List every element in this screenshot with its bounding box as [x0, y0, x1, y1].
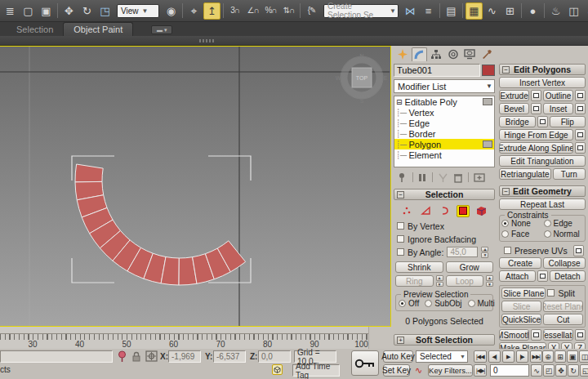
tessellate-button[interactable]: Tessellate — [543, 329, 573, 341]
schematic-view-icon[interactable]: ⊞ — [501, 2, 519, 20]
mirror-icon[interactable]: ⋈ — [402, 2, 419, 20]
angle-snap-icon[interactable]: ∠∩ — [244, 2, 261, 20]
snaps-toggle-3d-icon[interactable]: 3∩ — [226, 2, 243, 20]
layer-manager-icon[interactable]: ▤ — [443, 2, 460, 20]
maxscript-mini-listener[interactable] — [0, 350, 113, 363]
by-angle-value-field[interactable]: 45,0 — [447, 247, 478, 257]
soft-selection-rollout-header[interactable]: + Soft Selection — [394, 334, 495, 346]
object-color-swatch[interactable] — [482, 65, 495, 76]
render-setup-icon[interactable]: ♨ — [547, 2, 564, 20]
isolate-toggle-button[interactable] — [272, 364, 283, 375]
attach-button[interactable]: Attach — [499, 270, 536, 282]
loop-spinner[interactable]: ▲▼ — [486, 275, 493, 287]
edit-polygons-rollout-header[interactable]: − Edit Polygons — [499, 64, 586, 75]
attach-settings-icon[interactable] — [537, 270, 548, 282]
by-angle-spinner[interactable]: ▲▼ — [481, 247, 488, 258]
mini-curve-editor-icon[interactable]: ∿ — [531, 364, 542, 377]
spinner-snap-icon[interactable]: ⇅∩ — [280, 2, 297, 20]
set-key-button[interactable]: Set Key — [383, 364, 410, 377]
extrude-settings-icon[interactable] — [531, 90, 541, 101]
rendered-frame-window-icon[interactable]: ◫ — [565, 2, 582, 20]
orbit-icon[interactable]: ↻ — [568, 364, 579, 377]
key-filter-set-dropdown[interactable]: Selected ▼ — [416, 350, 468, 363]
viewcube-west[interactable]: W — [336, 75, 341, 81]
auto-key-button[interactable]: Auto Key — [383, 350, 413, 363]
stack-item-edge[interactable]: ┊----Edge — [394, 118, 494, 128]
slice-button[interactable]: Slice — [501, 301, 541, 312]
maximize-viewport-icon[interactable]: ◱ — [580, 364, 588, 377]
slice-plane-button[interactable]: Slice Plane — [501, 288, 546, 299]
tube-selected-polygons[interactable] — [75, 164, 246, 285]
collapse-button[interactable]: Collapse — [543, 257, 586, 269]
stack-item-element[interactable]: ┊----Element — [394, 149, 494, 160]
x-coordinate-field[interactable]: -1,969 — [168, 350, 201, 363]
zoom-region-icon[interactable]: ◰ — [543, 364, 555, 377]
zoom-all-icon[interactable]: ⊞ — [555, 350, 566, 363]
stack-item-root[interactable]: ⊟Editable Poly — [394, 96, 494, 107]
by-angle-checkbox[interactable] — [397, 248, 404, 256]
flip-button[interactable]: Flip — [550, 116, 586, 127]
tessellate-settings-icon[interactable] — [575, 329, 586, 341]
window-crossing-toggle-icon[interactable]: ▣ — [38, 2, 55, 20]
display-tab-icon[interactable] — [462, 47, 479, 61]
repeat-last-button[interactable]: Repeat Last — [499, 198, 586, 210]
stack-item-border[interactable]: ┊----Border — [394, 128, 494, 139]
hinge-from-edge-button[interactable]: Hinge From Edge — [499, 129, 573, 140]
shrink-button[interactable]: Shrink — [395, 261, 443, 273]
preview-off-radio[interactable] — [399, 300, 406, 307]
create-button[interactable]: Create — [499, 257, 541, 269]
constraint-normal-radio[interactable] — [544, 230, 551, 238]
pin-stack-icon[interactable] — [397, 172, 408, 183]
stack-item-vertex[interactable]: ┊----Vertex — [394, 107, 494, 118]
extrude-button[interactable]: Extrude — [499, 90, 529, 101]
msmooth-button[interactable]: MSmooth — [499, 329, 529, 341]
select-by-name-icon[interactable]: ≣ — [2, 2, 19, 20]
bevel-button[interactable]: Bevel — [499, 103, 529, 114]
use-pivot-point-center-icon[interactable]: ◉ — [163, 2, 180, 20]
viewcube[interactable]: TOP N S W E — [336, 53, 388, 104]
quickslice-button[interactable]: QuickSlice — [501, 314, 541, 325]
track-bar[interactable]: 30405060708090100 — [0, 327, 369, 349]
zoom-icon[interactable]: ⊕ — [542, 350, 554, 363]
grow-button[interactable]: Grow — [446, 261, 494, 273]
bridge-button[interactable]: Bridge — [499, 116, 536, 127]
preserve-uvs-settings-icon[interactable] — [573, 245, 584, 256]
collapse-icon[interactable]: ⊟ — [396, 98, 403, 106]
select-and-rotate-icon[interactable]: ↻ — [78, 2, 96, 20]
outline-settings-icon[interactable] — [575, 90, 586, 101]
expand-icon[interactable]: + — [397, 337, 404, 344]
key-mode-toggle[interactable]: |◀▶| — [474, 364, 487, 377]
vertex-subobject-icon[interactable] — [400, 205, 413, 217]
selection-rollout-header[interactable]: − Selection — [394, 189, 495, 200]
selection-lock-icon[interactable] — [131, 351, 141, 362]
split-checkbox[interactable] — [547, 289, 555, 297]
utilities-tab-icon[interactable] — [479, 47, 495, 61]
y-coordinate-field[interactable]: -6,537 — [213, 350, 246, 363]
edit-named-selection-sets-icon[interactable]: {✎ — [303, 2, 320, 20]
percent-snap-icon[interactable]: %∩ — [262, 2, 279, 20]
new-key-curve-icon[interactable]: ∿ — [415, 365, 422, 376]
show-end-result-icon[interactable] — [418, 172, 427, 183]
go-to-end-button[interactable]: ▶▶| — [530, 350, 543, 363]
outline-button[interactable]: Outline — [543, 90, 573, 101]
viewcube-north[interactable]: N — [359, 53, 363, 59]
collapse-icon[interactable]: − — [502, 188, 510, 195]
go-to-start-button[interactable]: |◀◀ — [474, 350, 487, 363]
bevel-settings-icon[interactable] — [531, 103, 541, 114]
curve-editor-icon[interactable]: ∿ — [483, 2, 501, 20]
hierarchy-tab-icon[interactable] — [428, 47, 444, 61]
render-production-icon[interactable]: ♨ — [583, 2, 588, 20]
insert-vertex-button[interactable]: Insert Vertex — [499, 77, 586, 88]
inset-settings-icon[interactable] — [575, 103, 586, 114]
on-off-toggle[interactable] — [483, 98, 492, 105]
ring-button[interactable]: Ring — [395, 275, 434, 287]
add-time-tag[interactable]: Add Time Tag — [292, 364, 340, 377]
by-vertex-checkbox[interactable] — [397, 222, 404, 230]
extrude-along-spline-settings-icon[interactable] — [575, 142, 586, 154]
remove-modifier-icon[interactable] — [453, 172, 463, 183]
ignore-backfacing-checkbox[interactable] — [397, 235, 404, 243]
material-editor-icon[interactable]: ● — [524, 2, 541, 20]
make-unique-icon[interactable] — [438, 172, 448, 183]
hinge-settings-icon[interactable] — [575, 129, 586, 140]
preview-multi-radio[interactable] — [468, 300, 475, 307]
